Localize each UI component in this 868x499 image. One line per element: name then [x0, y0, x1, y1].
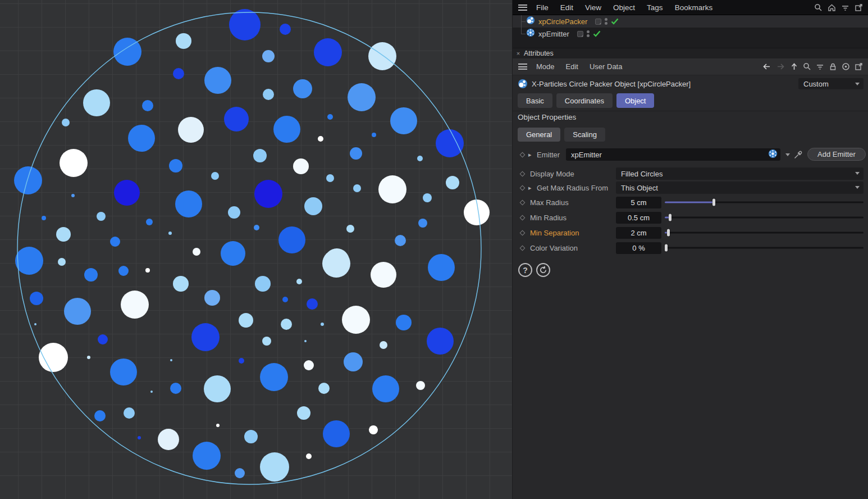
packed-circle — [254, 225, 259, 230]
max-radius-from-dropdown[interactable]: This Object — [616, 182, 864, 194]
param-row-max-radius: Max Radius 5 cm — [513, 196, 868, 209]
menu-item-file[interactable]: File — [536, 3, 549, 12]
max-radius-value[interactable]: 5 cm — [616, 197, 661, 208]
packed-circle — [260, 452, 289, 482]
expand-arrow-icon[interactable]: ▸ — [528, 151, 533, 158]
up-icon[interactable] — [790, 62, 798, 71]
packed-circle — [62, 119, 70, 126]
packed-circle — [94, 410, 106, 421]
filter-icon[interactable] — [816, 62, 824, 71]
home-icon[interactable] — [828, 3, 836, 12]
anim-diamond-icon[interactable] — [520, 185, 526, 190]
packed-circle — [39, 343, 68, 372]
menu-item-object[interactable]: Object — [613, 3, 635, 12]
tab-object[interactable]: Object — [616, 93, 655, 108]
packed-circle — [254, 180, 282, 208]
back-icon[interactable] — [762, 62, 771, 71]
layer-square-icon[interactable] — [577, 31, 583, 37]
packed-circle — [145, 268, 150, 273]
anim-diamond-icon[interactable] — [520, 215, 526, 220]
attributes-menu-item-mode[interactable]: Mode — [536, 62, 555, 71]
slider-handle[interactable] — [712, 199, 715, 206]
eyedropper-icon[interactable] — [793, 150, 803, 160]
enabled-check-icon[interactable] — [593, 30, 601, 37]
add-emitter-button[interactable]: Add Emitter — [807, 148, 866, 161]
slider-handle[interactable] — [665, 244, 668, 252]
filter-icon[interactable] — [841, 3, 849, 12]
layer-square-icon[interactable] — [595, 19, 601, 25]
visibility-dots-icon[interactable] — [587, 30, 590, 37]
divider — [513, 111, 868, 111]
forward-icon[interactable] — [776, 62, 785, 71]
packed-circle — [296, 279, 302, 284]
packed-circle — [260, 363, 288, 391]
color-variation-value[interactable]: 0 % — [616, 242, 661, 254]
packed-circle — [30, 292, 43, 305]
attributes-title: Attributes — [524, 49, 554, 57]
focus-icon[interactable] — [842, 62, 850, 71]
min-radius-slider[interactable] — [665, 214, 864, 221]
help-icon[interactable]: ? — [518, 263, 532, 277]
search-icon[interactable] — [803, 62, 811, 71]
open-window-icon[interactable] — [855, 62, 863, 71]
emitter-link-field[interactable]: xpEmitter — [566, 148, 780, 161]
tab-basic[interactable]: Basic — [518, 93, 552, 108]
tab-coordinates[interactable]: Coordinates — [556, 93, 613, 108]
packed-circle — [224, 107, 249, 131]
object-row-xpcirclepacker[interactable]: xpCirclePacker — [513, 15, 868, 28]
max-radius-slider[interactable] — [665, 199, 864, 206]
packed-circle — [173, 68, 184, 79]
packed-circle — [372, 375, 399, 402]
packed-circle — [175, 190, 202, 217]
reset-icon[interactable] — [536, 263, 550, 277]
search-icon[interactable] — [814, 3, 823, 12]
preset-dropdown[interactable]: Custom — [798, 78, 864, 89]
min-separation-value[interactable]: 2 cm — [616, 227, 661, 239]
packed-circle — [118, 266, 129, 276]
anim-diamond-icon[interactable] — [520, 171, 526, 176]
anim-diamond-icon[interactable] — [520, 199, 526, 205]
subtab-general[interactable]: General — [518, 128, 560, 142]
visibility-dots-icon[interactable] — [605, 18, 607, 25]
anim-diamond-icon[interactable] — [520, 230, 526, 235]
close-icon[interactable]: × — [513, 50, 524, 57]
slider-handle[interactable] — [669, 214, 671, 221]
packed-circle — [138, 436, 141, 439]
packed-circle — [204, 67, 231, 94]
object-name[interactable]: xpEmitter — [538, 30, 569, 38]
attributes-menu-item-user-data[interactable]: User Data — [590, 62, 623, 71]
min-separation-slider[interactable] — [665, 229, 864, 237]
enabled-check-icon[interactable] — [611, 18, 619, 25]
packed-circle — [235, 468, 245, 478]
packed-circle — [173, 276, 189, 292]
display-mode-dropdown[interactable]: Filled Circles — [616, 167, 864, 180]
attributes-hamburger-icon[interactable] — [518, 63, 527, 70]
packed-circle — [380, 341, 387, 349]
min-radius-value[interactable]: 0.5 cm — [616, 212, 661, 224]
menu-item-bookmarks[interactable]: Bookmarks — [675, 3, 713, 12]
packed-circle — [142, 100, 153, 111]
link-options-chevron-icon[interactable] — [785, 153, 790, 156]
color-variation-slider[interactable] — [665, 244, 864, 252]
object-row-xpemitter[interactable]: xpEmitter — [513, 28, 868, 40]
slider-handle[interactable] — [667, 229, 670, 237]
packed-circle — [446, 176, 459, 189]
packed-circle — [221, 241, 245, 266]
menu-item-edit[interactable]: Edit — [560, 3, 573, 12]
subtab-scaling[interactable]: Scaling — [564, 128, 605, 142]
object-name[interactable]: xpCirclePacker — [538, 17, 587, 26]
lock-icon[interactable] — [829, 62, 837, 71]
max-radius-from-value: This Object — [621, 184, 658, 192]
menu-item-view[interactable]: View — [585, 3, 601, 12]
menu-item-tags[interactable]: Tags — [647, 3, 663, 12]
attributes-menu-item-edit[interactable]: Edit — [566, 62, 578, 71]
anim-diamond-icon[interactable] — [520, 245, 526, 251]
help-icons-row: ? — [518, 263, 550, 277]
right-panel: FileEditViewObjectTagsBookmarks xpCircle… — [512, 0, 868, 499]
max-radius-label: Max Radius — [530, 198, 569, 207]
open-window-icon[interactable] — [855, 3, 863, 12]
expand-arrow-icon[interactable]: ▸ — [528, 184, 533, 192]
menu-hamburger-icon[interactable] — [518, 4, 527, 11]
anim-diamond-icon[interactable] — [520, 152, 526, 157]
viewport-3d[interactable] — [0, 0, 512, 499]
